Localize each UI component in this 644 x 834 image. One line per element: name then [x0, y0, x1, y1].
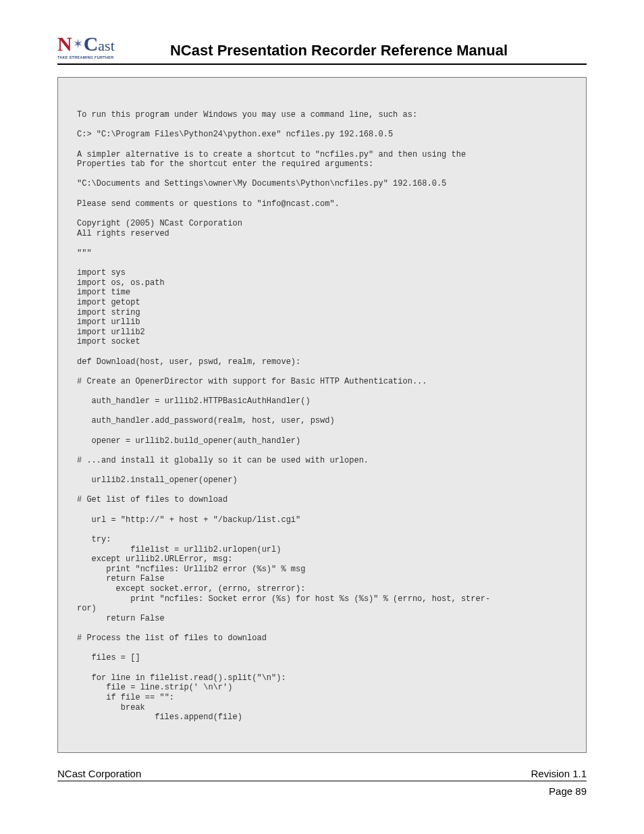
footer-line: NCast Corporation Revision 1.1 [57, 768, 587, 781]
page-header: N ✶ C ast TAKE STREAMING FURTHER NCast P… [57, 34, 587, 65]
logo-letter-n: N [57, 34, 72, 54]
code-listing: To run this program under Windows you ma… [57, 77, 587, 753]
footer-company: NCast Corporation [57, 768, 141, 779]
page-title: NCast Presentation Recorder Reference Ma… [118, 42, 587, 59]
ncast-logo: N ✶ C ast TAKE STREAMING FURTHER [57, 34, 118, 59]
logo-letters-ast: ast [98, 38, 114, 53]
logo-letter-c: C [84, 34, 99, 54]
footer-revision: Revision 1.1 [531, 768, 587, 779]
footer-page-number: Page 89 [57, 785, 587, 797]
logo-star-icon: ✶ [73, 38, 83, 50]
page-footer: NCast Corporation Revision 1.1 Page 89 [57, 768, 587, 797]
document-page: N ✶ C ast TAKE STREAMING FURTHER NCast P… [0, 0, 644, 817]
logo-tagline: TAKE STREAMING FURTHER [57, 55, 118, 59]
logo-wordmark: N ✶ C ast [57, 34, 118, 54]
